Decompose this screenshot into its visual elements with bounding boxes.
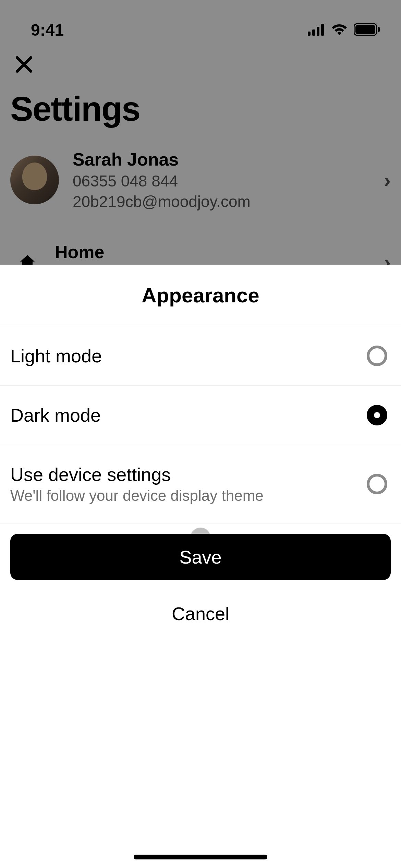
radio-selected-icon[interactable] <box>367 405 387 425</box>
option-label: Use device settings <box>10 464 264 485</box>
option-device-settings[interactable]: Use device settings We'll follow your de… <box>0 445 401 523</box>
radio-unselected-icon[interactable] <box>367 346 387 366</box>
option-dark-mode[interactable]: Dark mode <box>0 386 401 445</box>
save-button[interactable]: Save <box>10 534 391 580</box>
option-label: Light mode <box>10 345 102 366</box>
appearance-sheet: Appearance Light mode Dark mode Use devi… <box>0 265 401 868</box>
radio-unselected-icon[interactable] <box>367 474 387 494</box>
option-label: Dark mode <box>10 405 101 426</box>
option-subtitle: We'll follow your device display theme <box>10 487 264 504</box>
sheet-title: Appearance <box>0 265 401 326</box>
cancel-button[interactable]: Cancel <box>10 590 391 637</box>
home-indicator[interactable] <box>134 855 267 859</box>
option-light-mode[interactable]: Light mode <box>0 326 401 386</box>
